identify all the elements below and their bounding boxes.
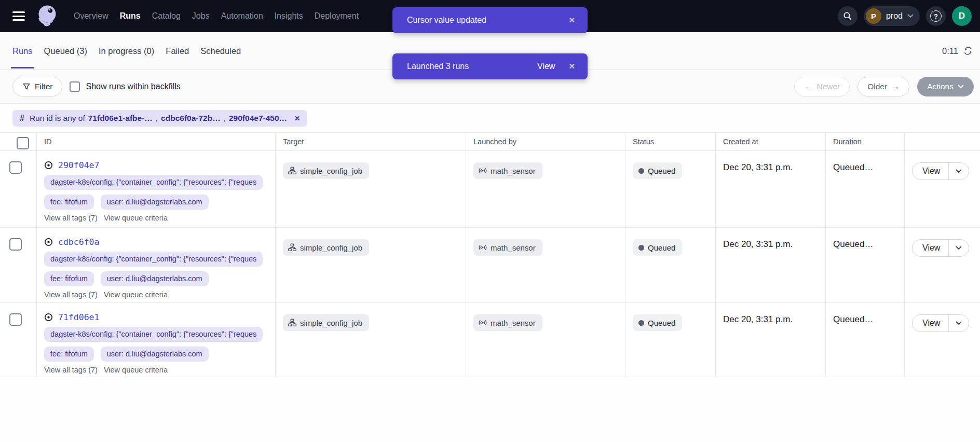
view-all-tags-link[interactable]: View all tags (7) [44, 366, 98, 374]
run-id-link[interactable]: 290f04e7 [58, 160, 99, 170]
tab-failed[interactable]: Failed [166, 32, 189, 70]
column-header-launched-by: Launched by [466, 133, 625, 150]
show-backfills-checkbox[interactable] [70, 81, 80, 92]
actions-button[interactable]: Actions [917, 77, 974, 96]
nav-item-deployment[interactable]: Deployment [315, 11, 359, 21]
search-button[interactable] [838, 6, 857, 26]
refresh-icon[interactable] [963, 46, 973, 56]
older-button[interactable]: Older → [857, 77, 909, 96]
view-run-button[interactable]: View [912, 314, 969, 332]
active-filters-row: # Run id is any of 71fd06e1-afbe-…, cdbc… [0, 104, 980, 133]
arrow-left-icon: ← [804, 82, 812, 91]
run-tag[interactable]: fee: fifofum [44, 271, 94, 286]
job-graph-icon [288, 243, 296, 252]
empty-area [0, 377, 980, 442]
funnel-icon [22, 82, 31, 91]
status-badge: Queued [633, 314, 682, 331]
created-at: Dec 20, 3:31 p.m. [715, 228, 825, 302]
chevron-down-icon[interactable] [949, 163, 969, 179]
chip-run-id: 71fd06e1-afbe-… [88, 114, 153, 123]
sensor-icon [479, 167, 487, 175]
hash-icon: # [20, 114, 24, 123]
created-at: Dec 20, 3:31 p.m. [715, 151, 825, 227]
help-icon: ? [930, 10, 942, 22]
nav-item-automation[interactable]: Automation [221, 11, 263, 21]
view-run-button[interactable]: View [912, 162, 969, 180]
launched-by-sensor-pill[interactable]: math_sensor [473, 314, 542, 331]
launched-by-sensor-pill[interactable]: math_sensor [473, 162, 542, 179]
target-job-pill[interactable]: simple_config_job [283, 162, 369, 179]
status-dot-icon [638, 245, 644, 251]
column-header-id: ID [36, 133, 275, 150]
view-queue-criteria-link[interactable]: View queue criteria [104, 366, 168, 374]
duration: Queued… [825, 228, 904, 302]
user-avatar[interactable]: D [952, 6, 972, 26]
run-tag-k8s-config[interactable]: dagster-k8s/config: {"container_config":… [44, 175, 263, 190]
duration: Queued… [825, 151, 904, 227]
run-id-filter-chip[interactable]: # Run id is any of 71fd06e1-afbe-…, cdbc… [12, 110, 307, 127]
view-run-button[interactable]: View [912, 239, 969, 257]
tab-scheduled[interactable]: Scheduled [200, 32, 241, 70]
status-dot-icon [638, 320, 644, 326]
primary-nav: Overview Runs Catalog Jobs Automation In… [74, 11, 359, 21]
chevron-down-icon[interactable] [949, 240, 969, 256]
close-icon[interactable]: ✕ [568, 16, 575, 25]
run-status-icon [44, 161, 53, 170]
toast-view-link[interactable]: View [537, 62, 555, 71]
run-tag[interactable]: fee: fifofum [44, 347, 94, 362]
table-row: 290f04e7 dagster-k8s/config: {"container… [0, 151, 980, 228]
nav-item-runs[interactable]: Runs [120, 11, 141, 21]
show-backfills-label: Show runs within backfills [86, 82, 180, 91]
target-job-pill[interactable]: simple_config_job [283, 239, 369, 256]
nav-item-catalog[interactable]: Catalog [152, 11, 181, 21]
help-button[interactable]: ? [926, 6, 946, 26]
search-icon [842, 11, 853, 21]
view-all-tags-link[interactable]: View all tags (7) [44, 291, 98, 299]
hamburger-menu-icon[interactable] [12, 11, 26, 21]
column-header-created-at: Created at [715, 133, 825, 150]
runs-table: ID Target Launched by Status Created at … [0, 133, 980, 377]
dagster-logo-icon [35, 4, 59, 29]
run-tag-k8s-config[interactable]: dagster-k8s/config: {"container_config":… [44, 327, 263, 342]
row-checkbox[interactable] [9, 238, 22, 251]
filter-button[interactable]: Filter [12, 77, 62, 96]
arrow-right-icon: → [891, 82, 900, 91]
view-queue-criteria-link[interactable]: View queue criteria [104, 291, 168, 299]
run-tag[interactable]: fee: fifofum [44, 195, 94, 210]
view-queue-criteria-link[interactable]: View queue criteria [104, 214, 168, 222]
run-status-icon [44, 238, 53, 246]
sensor-icon [479, 243, 487, 252]
row-checkbox[interactable] [9, 161, 22, 174]
workspace-name: prod [886, 11, 903, 21]
duration: Queued… [825, 303, 904, 377]
table-row: cdbc6f0a dagster-k8s/config: {"container… [0, 228, 980, 303]
target-job-pill[interactable]: simple_config_job [283, 314, 369, 331]
chevron-down-icon [958, 85, 964, 89]
close-icon[interactable]: ✕ [568, 62, 575, 71]
row-checkbox[interactable] [9, 313, 22, 326]
table-header: ID Target Launched by Status Created at … [0, 133, 980, 151]
chevron-down-icon[interactable] [949, 315, 969, 332]
tab-in-progress[interactable]: In progress (0) [99, 32, 154, 70]
created-at: Dec 20, 3:31 p.m. [715, 303, 825, 377]
workspace-avatar: P [866, 8, 881, 24]
run-tag-k8s-config[interactable]: dagster-k8s/config: {"container_config":… [44, 252, 263, 267]
nav-item-overview[interactable]: Overview [74, 11, 108, 21]
nav-item-insights[interactable]: Insights [275, 11, 303, 21]
nav-item-jobs[interactable]: Jobs [192, 11, 210, 21]
column-header-status: Status [625, 133, 715, 150]
run-tag[interactable]: user: d.liu@dagsterlabs.com [101, 271, 209, 286]
close-icon[interactable]: ✕ [294, 114, 300, 122]
newer-button[interactable]: ← Newer [794, 77, 850, 96]
run-tag[interactable]: user: d.liu@dagsterlabs.com [101, 195, 209, 210]
workspace-switcher[interactable]: P prod [864, 6, 920, 26]
run-id-link[interactable]: 71fd06e1 [58, 312, 99, 322]
run-id-link[interactable]: cdbc6f0a [58, 237, 99, 247]
launched-by-sensor-pill[interactable]: math_sensor [473, 239, 542, 256]
run-tag[interactable]: user: d.liu@dagsterlabs.com [101, 347, 209, 362]
tab-runs[interactable]: Runs [12, 32, 33, 70]
view-all-tags-link[interactable]: View all tags (7) [44, 214, 98, 222]
select-all-checkbox[interactable] [17, 137, 29, 149]
tab-queued[interactable]: Queued (3) [44, 32, 87, 70]
column-header-target: Target [275, 133, 466, 150]
